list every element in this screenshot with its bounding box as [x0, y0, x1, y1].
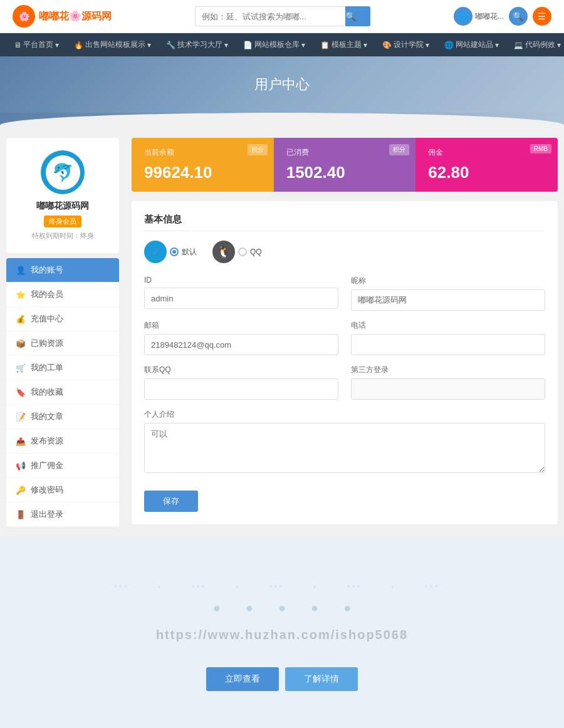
package-icon: 📦	[16, 339, 26, 348]
header-username: 嘟嘟花...	[475, 11, 504, 22]
cart-icon: 🛒	[16, 363, 26, 373]
spent-label: 已消费	[286, 147, 404, 158]
sidebar-menu: 👤 我的账号 ⭐ 我的会员 💰 充值中心 📦 已购资源 🛒 我的工单 🔖	[6, 258, 119, 527]
third-label: 第三方登录	[351, 365, 545, 375]
nav-item-showcase[interactable]: 🔥 出售网站模板展示 ▾	[66, 33, 159, 56]
email-input[interactable]	[144, 334, 338, 355]
nav-item-themes[interactable]: 📋 模板主题 ▾	[313, 33, 375, 56]
default-avatar-img: ✔	[144, 241, 167, 263]
header-search-icon-btn[interactable]: 🔍	[509, 7, 528, 26]
main-content: 🐬 嘟嘟花源码网 终身会员 特权到期时间：终身 👤 我的账号 ⭐ 我的会员 💰 …	[0, 138, 564, 527]
spent-value: 1502.40	[286, 163, 404, 182]
wave-dots-row: ●●●●●	[0, 601, 564, 615]
cta-view-button[interactable]: 立即查看	[206, 667, 279, 691]
stats-row: 积分 当前余额 99624.10 积分 已消费 1502.40 RMB 佣金 6…	[132, 138, 558, 192]
email-label: 邮箱	[144, 320, 338, 331]
cta-buttons-row: 立即查看 了解详情	[0, 655, 564, 716]
header-user-info: 🌐 嘟嘟花...	[454, 7, 504, 26]
third-input	[351, 378, 545, 400]
profile-username: 嘟嘟花源码网	[13, 200, 113, 212]
wrench-icon: 🔧	[166, 41, 175, 49]
sidebar-item-logout[interactable]: 🚪 退出登录	[6, 502, 119, 527]
form-section-title: 基本信息	[144, 214, 545, 231]
form-group-intro: 个人介绍	[144, 409, 545, 475]
stat-card-commission: RMB 佣金 62.80	[415, 138, 558, 192]
qq-radio	[238, 247, 247, 256]
header-menu-icon-btn[interactable]: ☰	[533, 7, 551, 26]
commission-value: 62.80	[428, 163, 545, 182]
nav-item-templates[interactable]: 📄 网站模板仓库 ▾	[236, 33, 313, 56]
save-button[interactable]: 保存	[144, 491, 198, 512]
stat-card-balance: 积分 当前余额 99624.10	[132, 138, 274, 192]
content-area: 积分 当前余额 99624.10 积分 已消费 1502.40 RMB 佣金 6…	[132, 138, 558, 527]
sidebar-item-favorites[interactable]: 🔖 我的收藏	[6, 380, 119, 405]
logo-text: 嘟嘟花🌸源码网	[39, 10, 112, 23]
id-label: ID	[144, 276, 338, 284]
avatar: 🐬	[41, 150, 85, 194]
search-button[interactable]: 🔍	[345, 6, 370, 26]
check-icon: ✔	[152, 247, 159, 257]
sidebar-item-recharge[interactable]: 💰 充值中心	[6, 307, 119, 331]
fire-icon: 🔥	[74, 41, 83, 49]
globe2-icon: 🌐	[444, 41, 454, 49]
sidebar-item-membership[interactable]: ⭐ 我的会员	[6, 283, 119, 307]
form-group-qq: 联系QQ	[144, 365, 338, 400]
sidebar-item-account[interactable]: 👤 我的账号	[6, 258, 119, 283]
nav-item-tech[interactable]: 🔧 技术学习大厅 ▾	[159, 33, 236, 56]
phone-label: 电话	[351, 320, 545, 331]
nav-item-code[interactable]: 💻 代码例效 ▾	[506, 33, 564, 56]
intro-textarea[interactable]	[144, 423, 545, 473]
logo: 🌸 嘟嘟花🌸源码网	[13, 5, 112, 28]
cta-learn-button[interactable]: 了解详情	[285, 667, 358, 691]
sidebar: 🐬 嘟嘟花源码网 终身会员 特权到期时间：终身 👤 我的账号 ⭐ 我的会员 💰 …	[6, 138, 119, 527]
user-icon: 👤	[16, 266, 26, 275]
nickname-input[interactable]	[351, 289, 545, 311]
sidebar-item-commission[interactable]: 📢 推广佣金	[6, 454, 119, 478]
globe-icon: 🌐	[454, 7, 473, 26]
default-radio	[170, 247, 179, 256]
form-row-id-nickname: ID 昵称	[144, 276, 545, 311]
nav-item-brand[interactable]: 🌐 网站建站品 ▾	[437, 33, 506, 56]
form-row-email-phone: 邮箱 电话	[144, 320, 545, 355]
qq-avatar-label: QQ	[250, 247, 262, 256]
nav-item-home[interactable]: 🖥 平台首页 ▾	[6, 33, 66, 56]
sidebar-item-password[interactable]: 🔑 修改密码	[6, 478, 119, 502]
edit-icon: 📝	[16, 412, 26, 422]
search-input[interactable]	[195, 6, 345, 26]
wave-divider	[0, 113, 564, 125]
sidebar-item-publish[interactable]: 📤 发布资源	[6, 429, 119, 454]
avatar-selection-row: ✔ 默认 🐧 QQ	[144, 241, 545, 263]
phone-input[interactable]	[351, 334, 545, 355]
logo-icon: 🌸	[13, 5, 35, 28]
dolphin-icon: 🐬	[52, 162, 74, 183]
sidebar-item-orders[interactable]: 🛒 我的工单	[6, 356, 119, 380]
header: 🌸 嘟嘟花🌸源码网 🔍 🌐 嘟嘟花... 🔍 ☰	[0, 0, 564, 33]
intro-label: 个人介绍	[144, 409, 545, 420]
commission-label: 佣金	[428, 147, 545, 158]
default-avatar-option[interactable]: ✔ 默认	[144, 241, 197, 263]
nav-item-design[interactable]: 🎨 设计学院 ▾	[375, 33, 437, 56]
qq-input[interactable]	[144, 378, 338, 400]
qq-avatar-img: 🐧	[212, 241, 235, 263]
monitor-icon: 🖥	[14, 41, 21, 49]
header-right: 🌐 嘟嘟花... 🔍 ☰	[454, 7, 551, 26]
megaphone-icon: 📢	[16, 461, 26, 471]
nickname-label: 昵称	[351, 276, 545, 286]
key-icon: 🔑	[16, 486, 26, 495]
form-group-nickname: 昵称	[351, 276, 545, 311]
form-group-phone: 电话	[351, 320, 545, 355]
id-input	[144, 288, 338, 309]
balance-value: 99624.10	[144, 163, 261, 182]
qq-avatar-option[interactable]: 🐧 QQ	[212, 241, 262, 263]
bookmark-icon: 🔖	[16, 388, 26, 397]
laptop-icon: 💻	[514, 41, 523, 49]
doc-icon: 📄	[243, 41, 253, 49]
wave-decoration: ⋯ · ⋯ · ⋯ · ⋯ · ⋯	[0, 577, 564, 595]
form-group-email: 邮箱	[144, 320, 338, 355]
avatar-inner: 🐬	[46, 155, 80, 190]
form-area: 基本信息 ✔ 默认 🐧 QQ	[132, 201, 558, 524]
qq-label: 联系QQ	[144, 365, 338, 375]
member-badge: 终身会员	[44, 216, 81, 227]
sidebar-item-purchased[interactable]: 📦 已购资源	[6, 331, 119, 356]
sidebar-item-articles[interactable]: 📝 我的文章	[6, 405, 119, 429]
